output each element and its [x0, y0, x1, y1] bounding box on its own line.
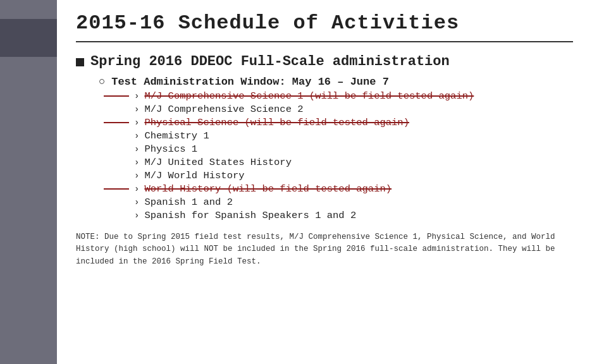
arrow-icon: ›	[134, 157, 139, 167]
title-divider	[76, 41, 573, 42]
page-title: 2015-16 Schedule of Activities	[76, 11, 573, 35]
circle-bullet-icon: ○	[99, 76, 105, 88]
arrow-icon: ›	[134, 91, 139, 101]
list-item: › M/J United States History	[134, 157, 573, 168]
arrow-icon: ›	[134, 210, 139, 221]
arrow-icon: ›	[134, 131, 139, 141]
list-item: › Spanish for Spanish Speakers 1 and 2	[134, 210, 573, 221]
item-text: M/J Comprehensive Science 2	[144, 104, 303, 115]
list-item: › Physical Science (will be field tested…	[134, 117, 573, 128]
arrow-icon: ›	[134, 118, 139, 128]
item-text: World History (will be field tested agai…	[144, 183, 392, 195]
item-text: Chemistry 1	[144, 130, 209, 142]
arrow-icon: ›	[134, 104, 139, 114]
bullet-square-icon	[76, 58, 84, 66]
arrow-icon: ›	[134, 197, 139, 207]
item-text: Physics 1	[144, 143, 197, 155]
arrow-icon: ›	[134, 171, 139, 181]
item-text: M/J World History	[144, 170, 244, 181]
note-text: NOTE: Due to Spring 2015 field test resu…	[76, 231, 573, 268]
list-item: › M/J Comprehensive Science 1 (will be f…	[134, 90, 573, 102]
main-content: 2015-16 Schedule of Activities Spring 20…	[57, 0, 592, 364]
section-header-text: Spring 2016 DDEOC Full-Scale administrat…	[90, 54, 450, 70]
item-text: Spanish 1 and 2	[144, 197, 233, 208]
item-text: M/J Comprehensive Science 1 (will be fie…	[144, 90, 474, 102]
item-text: Physical Science (will be field tested a…	[144, 117, 409, 128]
arrow-icon: ›	[134, 144, 139, 154]
item-text: M/J United States History	[144, 157, 292, 168]
arrow-list: › M/J Comprehensive Science 1 (will be f…	[134, 90, 573, 221]
list-item: › Physics 1	[134, 143, 573, 155]
list-item: › World History (will be field tested ag…	[134, 183, 573, 195]
left-sidebar	[0, 0, 57, 364]
arrow-icon: ›	[134, 184, 139, 194]
sidebar-accent	[0, 19, 57, 57]
section-header: Spring 2016 DDEOC Full-Scale administrat…	[76, 54, 573, 70]
sub-list: ○ Test Administration Window: May 16 – J…	[99, 76, 573, 221]
list-item: › Chemistry 1	[134, 130, 573, 142]
test-window-item: ○ Test Administration Window: May 16 – J…	[99, 76, 573, 88]
list-item: › M/J Comprehensive Science 2	[134, 104, 573, 115]
list-item: › Spanish 1 and 2	[134, 197, 573, 208]
item-text: Spanish for Spanish Speakers 1 and 2	[144, 210, 356, 221]
test-window-text: Test Administration Window: May 16 – Jun…	[111, 76, 389, 88]
list-item: › M/J World History	[134, 170, 573, 181]
